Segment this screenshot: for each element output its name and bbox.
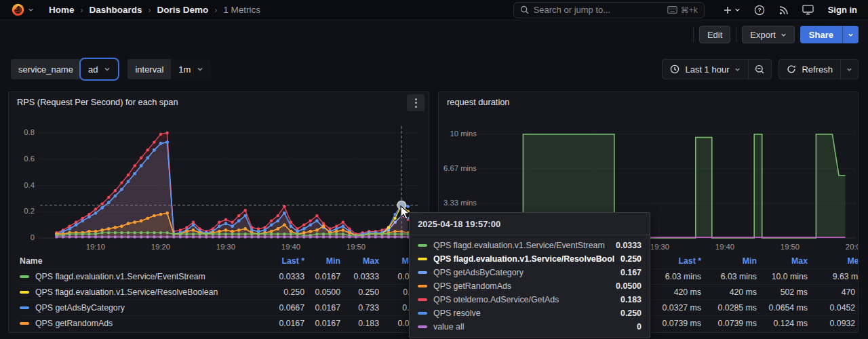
legend-row: QPS getRandomAds 0.0167 0.0167 0.183 0.0… [20,315,423,331]
share-button[interactable]: Share [800,26,842,43]
tooltip-row: value all0 [410,320,650,334]
refresh-button[interactable]: Refresh [779,60,840,79]
time-controls: Last 1 hour Refresh [662,59,859,79]
legend-min-value: 0.0500 [304,287,340,297]
series-swatch [418,298,427,301]
series-name: QPS resolve [433,308,614,318]
interval-select[interactable]: 1m [171,59,211,79]
series-swatch [418,285,427,287]
series-name: QPS getRandomAds [433,281,610,291]
legend-max-value: 10.0 mins [757,272,808,281]
display-button[interactable] [798,2,818,18]
breadcrumb-doris-demo[interactable]: Doris Demo [157,5,209,15]
dashboard-toolbar: Edit Export Share [0,20,868,49]
variable-interval: interval 1m [127,59,211,79]
series-name: QPS getAdsByCategory [433,268,614,277]
svg-text:?: ? [757,7,761,14]
legend-max-value: 0.250 [340,287,379,297]
legend-header-mean[interactable]: Mean [808,256,859,266]
edit-button[interactable]: Edit [699,26,730,43]
legend-header-row: Name Last * Min Max Mean [20,253,423,268]
series-name: QPS getAdsByCategory [35,303,125,313]
series-name: QPS oteldemo.AdService/GetAds [433,295,614,304]
rps-time-series-chart[interactable] [9,121,429,253]
x-tick-label: 19:50 [771,243,809,251]
legend-header-name[interactable]: Name [20,256,256,266]
series-swatch [20,291,29,294]
sign-in-button[interactable]: Sign in [828,5,857,15]
export-button[interactable]: Export [742,26,795,43]
tooltip-timestamp: 2025-04-18 19:57:00 [410,213,650,235]
legend-max-value: 0.733 [340,303,379,313]
grafana-logo-menu[interactable] [11,3,34,17]
breadcrumb-home[interactable]: Home [49,5,75,15]
y-tick-label: 3.33 mins [438,199,477,207]
tooltip-row: QPS resolve0.250 [410,306,650,320]
zoom-out-button[interactable] [749,60,771,79]
legend-header-last[interactable]: Last * [256,256,304,266]
x-tick-label: 19:30 [207,243,245,251]
series-swatch [418,271,427,274]
news-button[interactable] [774,2,794,18]
series-value: 0.0333 [616,241,642,250]
time-range-picker: Last 1 hour [662,59,772,79]
series-name: value all [433,322,631,332]
x-tick-label: 19:20 [142,243,180,251]
series-swatch [20,306,29,309]
series-value: 0.250 [620,308,642,318]
series-swatch [418,244,427,247]
legend-header-max[interactable]: Max [340,256,379,266]
legend-header-min[interactable]: Min [701,256,757,266]
legend-last-value: 0.0667 [256,303,304,313]
help-button[interactable]: ? [749,2,770,18]
chevron-down-icon [848,32,854,38]
search-input[interactable]: Search or jump to... ⌘+k [513,2,705,18]
panel-menu-button[interactable] [407,94,425,111]
x-tick-label: 20:00 [836,243,859,251]
y-tick-label: 10 mins [438,129,477,138]
legend-max-value: 0.124 ms [757,319,808,328]
breadcrumb-separator: › [149,5,151,15]
series-value: 0.0500 [616,281,642,291]
legend-row: QPS flagd.evaluation.v1.Service/EventStr… [20,268,423,284]
clock-icon [670,64,679,74]
y-tick-label: 0.8 [8,128,35,136]
tooltip-row: QPS flagd.evaluation.v1.Service/EventStr… [410,239,650,252]
series-swatch [418,258,427,260]
legend-header-min[interactable]: Min [304,256,340,266]
series-swatch [418,325,427,328]
monitor-icon [802,5,814,15]
rss-icon [778,5,789,16]
plus-icon [723,5,732,15]
series-value: 0.250 [620,254,642,264]
search-placeholder: Search or jump to... [534,5,663,15]
panel-request-duration-title[interactable]: request duration [447,97,509,107]
series-name: QPS flagd.evaluation.v1.Service/EventStr… [433,241,610,250]
series-value: 0.167 [620,268,642,277]
series-name: QPS getRandomAds [35,319,113,328]
breadcrumb-dashboards[interactable]: Dashboards [90,5,142,15]
service-name-label: service_name [11,59,81,79]
series-value: 0.183 [620,295,642,304]
add-menu-button[interactable] [718,2,745,18]
time-range-button[interactable]: Last 1 hour [663,60,748,79]
x-tick-label: 19:40 [272,243,310,251]
legend-min-value: 0.0285 ms [701,303,757,313]
toolbar-divider [693,27,694,42]
legend-last-value: 0.0333 [256,272,304,281]
rps-legend-table: Name Last * Min Max Mean QPS flagd.evalu… [20,253,423,331]
series-swatch [20,322,29,325]
chevron-down-icon [734,66,741,73]
share-menu-caret[interactable] [842,26,859,43]
series-name: QPS flagd.evaluation.v1.Service/ResolveB… [35,287,218,297]
chevron-down-icon [734,7,741,13]
panel-rps-title[interactable]: RPS (Request Per Second) for each span [17,97,178,107]
y-tick-label: 0.4 [8,181,35,189]
series-name: QPS flagd.evaluation.v1.Service/EventStr… [35,272,205,281]
grafana-dashboard: { "topnav": { "breadcrumbs": ["Home", "D… [0,0,868,339]
series-swatch [20,275,29,278]
legend-header-max[interactable]: Max [757,256,808,266]
legend-mean-value: 9.63 mins [808,272,859,281]
refresh-interval-caret[interactable] [841,60,858,79]
service-name-select[interactable]: ad [81,59,118,79]
